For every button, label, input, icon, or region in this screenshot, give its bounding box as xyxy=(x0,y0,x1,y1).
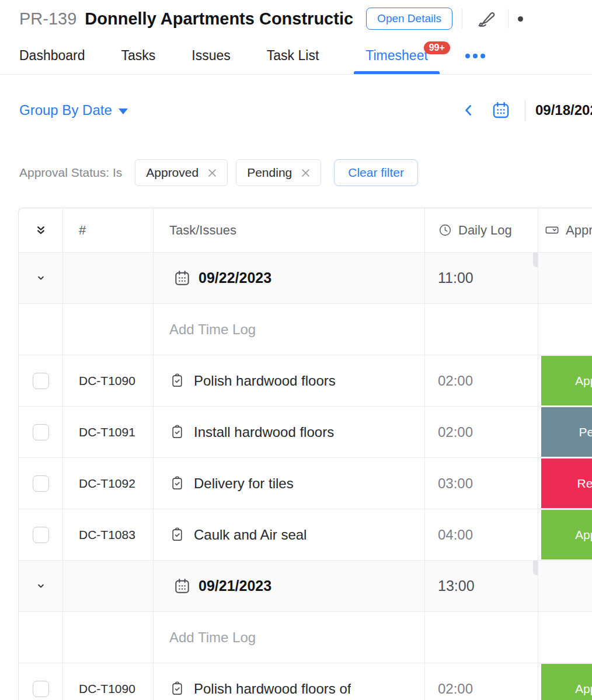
expand-all-icon[interactable] xyxy=(19,208,63,252)
tabs-overflow-icon[interactable] xyxy=(465,54,485,58)
timesheet-count-badge: 99+ xyxy=(424,41,450,54)
column-scroll-handle[interactable] xyxy=(533,253,538,267)
task-id-cell: DC-T1083 xyxy=(63,509,154,560)
add-time-log-field[interactable]: Add Time Log xyxy=(154,304,425,355)
daily-log-cell[interactable]: 02:00 xyxy=(425,355,538,406)
calendar-picker-icon[interactable] xyxy=(491,100,511,120)
row-select-cell xyxy=(19,509,63,560)
task-name-cell[interactable]: Caulk and Air seal xyxy=(154,509,425,560)
daily-log-cell[interactable]: 02:00 xyxy=(425,407,538,457)
empty-cell xyxy=(538,612,592,663)
module-tabbar: Dashboard Tasks Issues Task List Timeshe… xyxy=(0,37,592,75)
tab-dashboard[interactable]: Dashboard xyxy=(19,48,85,64)
tab-tasks[interactable]: Tasks xyxy=(121,48,156,64)
empty-cell xyxy=(538,253,592,303)
status-badge[interactable]: Approved xyxy=(541,510,592,559)
date-group-row: 09/21/2023 13:00 xyxy=(19,561,592,612)
chip-label: Pending xyxy=(247,166,292,180)
row-select-cell xyxy=(19,458,63,509)
empty-cell xyxy=(63,304,154,355)
remove-chip-icon[interactable] xyxy=(208,169,217,177)
group-total-hours: 11:00 xyxy=(438,270,473,286)
row-select-cell xyxy=(19,355,63,406)
task-id-cell: DC-T1092 xyxy=(63,458,154,509)
column-header-id[interactable]: # xyxy=(63,208,154,252)
timesheet-row: DC-T1092 Delivery for tiles 03:00 Reject… xyxy=(19,458,592,509)
row-checkbox[interactable] xyxy=(33,475,49,492)
empty-cell xyxy=(19,304,63,355)
tab-timesheet-label: Timesheet xyxy=(365,48,428,64)
tab-timesheet[interactable]: Timesheet 99+ xyxy=(354,37,440,74)
filter-chip-approved[interactable]: Approved xyxy=(135,159,228,186)
group-total-cell: 13:00 xyxy=(425,561,538,611)
timesheet-row: DC-T1090 Polish hardwood floors of 02:00… xyxy=(19,663,592,700)
daily-log-cell[interactable]: 02:00 xyxy=(425,663,538,700)
column-header-daily-log[interactable]: Daily Log xyxy=(425,208,538,252)
row-select-cell xyxy=(19,663,63,700)
approval-status-cell: Pending xyxy=(538,407,592,457)
task-id-cell: DC-T1090 xyxy=(63,663,154,700)
column-header-approval[interactable]: Approval xyxy=(538,208,592,252)
group-total-cell: 11:00 xyxy=(425,253,538,303)
filter-chip-pending[interactable]: Pending xyxy=(236,159,321,186)
task-name-cell[interactable]: Polish hardwood floors of xyxy=(154,663,425,700)
group-total-hours: 13:00 xyxy=(438,578,475,594)
timesheet-row: DC-T1090 Polish hardwood floors 02:00 Ap… xyxy=(19,355,592,407)
open-details-button[interactable]: Open Details xyxy=(366,8,452,30)
caret-down-icon xyxy=(119,108,128,114)
tab-issues[interactable]: Issues xyxy=(191,48,230,64)
collapse-group-icon[interactable] xyxy=(19,561,63,611)
task-clipboard-icon xyxy=(169,475,185,491)
group-date: 09/21/2023 xyxy=(199,578,271,594)
status-badge[interactable]: Approved xyxy=(541,664,592,700)
task-name-cell[interactable]: Delivery for tiles xyxy=(154,458,425,509)
row-checkbox[interactable] xyxy=(33,424,49,440)
task-clipboard-icon xyxy=(169,373,185,388)
task-name-cell[interactable]: Install hardwood floors xyxy=(154,407,425,457)
table-header-row: # Task/Issues Daily Log Approval xyxy=(19,208,592,253)
more-menu-dot-icon[interactable] xyxy=(518,16,523,22)
clear-filter-button[interactable]: Clear filter xyxy=(334,159,418,186)
add-time-log-row: Add Time Log xyxy=(19,612,592,663)
group-by-dropdown[interactable]: Group By Date xyxy=(19,102,128,118)
task-clipboard-icon xyxy=(169,424,185,440)
add-time-log-field[interactable]: Add Time Log xyxy=(154,612,425,663)
status-badge[interactable]: Rejected xyxy=(541,459,592,508)
approval-status-cell: Approved xyxy=(538,355,592,406)
chip-label: Approved xyxy=(146,166,199,180)
clock-icon xyxy=(438,223,452,237)
add-time-log-row: Add Time Log xyxy=(19,304,592,355)
daily-log-cell[interactable]: 04:00 xyxy=(425,509,538,560)
remove-chip-icon[interactable] xyxy=(301,169,310,177)
divider xyxy=(525,100,525,121)
row-checkbox[interactable] xyxy=(33,681,49,697)
empty-cell xyxy=(425,612,538,663)
group-date-cell: 09/22/2023 xyxy=(154,253,425,303)
daily-log-cell[interactable]: 03:00 xyxy=(425,458,538,509)
task-id-cell: DC-T1090 xyxy=(63,355,154,406)
signature-pen-icon[interactable] xyxy=(475,8,496,29)
task-name-cell[interactable]: Polish hardwood floors xyxy=(154,355,425,406)
collapse-group-icon[interactable] xyxy=(19,253,63,303)
column-scroll-handle[interactable] xyxy=(533,561,538,575)
previous-period-icon[interactable] xyxy=(461,103,476,118)
empty-cell xyxy=(63,561,154,611)
row-select-cell xyxy=(19,407,63,457)
period-start-date: 09/18/2023 xyxy=(535,102,592,118)
empty-cell xyxy=(538,561,592,611)
calendar-icon xyxy=(173,577,191,596)
approval-status-cell: Rejected xyxy=(538,458,592,509)
empty-cell xyxy=(63,253,154,303)
status-badge[interactable]: Approved xyxy=(541,356,592,405)
tab-task-list[interactable]: Task List xyxy=(267,48,319,64)
group-date: 09/22/2023 xyxy=(199,270,271,286)
divider xyxy=(462,9,462,29)
filter-bar: Approval Status: Is Approved Pending Cle… xyxy=(0,159,592,187)
approval-field-icon xyxy=(544,222,560,238)
row-checkbox[interactable] xyxy=(33,527,49,543)
row-checkbox[interactable] xyxy=(33,373,49,389)
timesheet-table: # Task/Issues Daily Log Approval xyxy=(18,208,592,700)
status-badge[interactable]: Pending xyxy=(541,407,592,457)
column-header-task[interactable]: Task/Issues xyxy=(154,208,425,252)
group-date-cell: 09/21/2023 xyxy=(154,561,425,611)
